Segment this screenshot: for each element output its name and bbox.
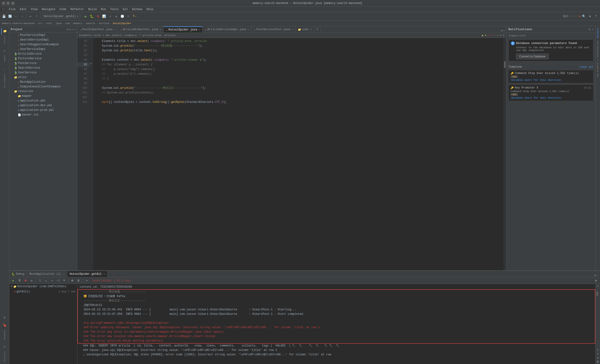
menu-refactor[interactable]: Refactor [69, 7, 86, 11]
close-btn[interactable]: ✕ [11, 2, 15, 5]
disable-alert-link-0[interactable]: (Disable alert for this shortcut) [510, 79, 562, 82]
tree-item-userserviceimpl[interactable]: ☕ UserServiceImpl [9, 47, 77, 52]
tree-item-resources[interactable]: 📁 resources [9, 89, 77, 94]
debug-trash-icon[interactable]: 🗑 [597, 360, 599, 364]
debug-step-out-btn[interactable]: ↗ [49, 278, 55, 283]
activity-bookmarks[interactable]: 🔖 [1, 322, 8, 329]
tab-close-icon[interactable]: ✕ [310, 28, 312, 31]
activity-bookmarks-label[interactable]: Bookmarks [3, 330, 6, 340]
activity-pull-label[interactable]: Pull Requests [3, 73, 6, 88]
bottom-tab-debug[interactable]: 🐛 Debug [9, 271, 27, 277]
tab-user[interactable]: 📁 user ✕ [296, 27, 314, 33]
menu-help[interactable]: Help [145, 7, 155, 11]
profile-btn[interactable]: ⚡ [108, 14, 113, 19]
tab-postservicetest[interactable]: ☕ PostServiceTest.java ✕ [252, 27, 296, 33]
menu-run[interactable]: Run [99, 7, 108, 11]
debug-pause-btn[interactable]: ⏸ [17, 278, 22, 283]
tree-item-postserviceimpl[interactable]: ☕ PostServiceImpl [9, 33, 77, 37]
sync-btn[interactable]: 🔄 [8, 14, 13, 19]
menu-build[interactable]: Build [86, 7, 98, 11]
tab-close-icon[interactable]: ✕ [291, 28, 293, 31]
menu-file[interactable]: File [7, 7, 18, 11]
breadcrumb-item-0[interactable]: memory-search-backend [2, 22, 34, 25]
coverage-btn[interactable]: 📊 [102, 14, 107, 19]
panel-layout-icon[interactable]: ⊞ [69, 28, 71, 31]
forward-btn[interactable]: → [20, 14, 25, 19]
breadcrumb-item-1[interactable]: src [38, 22, 42, 25]
settings-btn[interactable]: ⚙ [587, 14, 592, 19]
tree-item-mapper[interactable]: 📁 mapper [9, 94, 77, 98]
activity-commit[interactable]: ✔ [1, 47, 8, 54]
activity-project[interactable]: 📁 [1, 28, 8, 35]
code-editor[interactable]: 90 91 92 93 94 95 96 97 98 99 100 101 10… [77, 38, 506, 270]
tab-close-icon[interactable]: ✕ [248, 28, 249, 31]
menu-window[interactable]: Window [130, 7, 144, 11]
bottom-tab-mainapplication[interactable]: MainApplication (1) ✕ [27, 271, 67, 277]
save-all-btn[interactable]: 💾 [1, 14, 7, 19]
breadcrumb-item-8[interactable]: HutoolSpider [113, 22, 131, 25]
translate-btn[interactable]: T→ [132, 14, 137, 19]
back-btn[interactable]: ← [14, 14, 19, 19]
bottom-tab-hutool[interactable]: HutoolSpider.getAll ✕ [67, 271, 108, 277]
search-btn[interactable]: 🔍 [581, 14, 586, 19]
menu-git[interactable]: Git [121, 7, 130, 11]
debug-scroll-up-icon[interactable]: ∧ [597, 284, 599, 288]
tab-articleserviceimpl[interactable]: ☕ ArticleServiceImpl.java ✕ [203, 27, 252, 33]
tree-item-searchservice[interactable]: 🍃 SearchService [9, 66, 77, 70]
debug-stop-btn[interactable]: ■ [23, 278, 28, 283]
tab-settings-icon[interactable]: ⚙ [501, 29, 503, 33]
maximize-btn[interactable]: □ [7, 2, 10, 5]
lint-nav-down[interactable]: ∨ [503, 34, 504, 37]
tab-close-icon[interactable]: ✕ [114, 28, 115, 31]
menu-edit[interactable]: Edit [18, 7, 28, 11]
tree-item-postservice[interactable]: 🍃 PostService [9, 61, 77, 66]
code-content[interactable]: Elements title = doc.select( cssQuery: "… [93, 38, 503, 270]
bottom-tab-hutool-close[interactable]: ✕ [103, 273, 105, 275]
undo-btn[interactable]: ↩ [28, 14, 33, 19]
tab-close-icon[interactable]: ✕ [159, 28, 161, 31]
debug-eval-btn[interactable]: ≡ [62, 278, 67, 283]
panel-filter-icon[interactable]: ▾ [72, 28, 73, 31]
reload-btn[interactable]: ↻ [114, 14, 119, 19]
notif-dropdown-icon[interactable]: ▾ [592, 28, 593, 31]
rollback-btn[interactable]: ⎌ [126, 14, 131, 19]
tree-item-simplecanalclient[interactable]: ☕ SimpleCanalClientExample [9, 84, 77, 89]
lint-errors[interactable]: ✕ 2 [488, 34, 492, 37]
breadcrumb-item-5[interactable]: memory [73, 22, 83, 25]
debug-scroll-down-icon[interactable]: ∨ [597, 348, 599, 352]
connect-to-database-button[interactable]: Connect to Database [516, 54, 549, 59]
breadcrumb-item-2[interactable]: test [46, 22, 52, 25]
debug-step-over-btn[interactable]: ⤵ [37, 278, 42, 283]
breadcrumb-item-7[interactable]: service [99, 22, 109, 25]
breadcrumb-item-4[interactable]: com [65, 22, 70, 25]
menu-view[interactable]: View [29, 7, 40, 11]
activity-settings[interactable]: ⚙ [1, 314, 8, 321]
tree-item-searchsuggestion[interactable]: ☕ SearchSuggestionExample [9, 42, 77, 47]
debug-filter-icon[interactable]: ⊟ [597, 356, 599, 360]
notif-settings-icon[interactable]: ⚙ [589, 28, 591, 31]
debug-run-btn[interactable]: 🐛 [89, 14, 94, 19]
debug-resume-btn[interactable]: ▶ [11, 278, 16, 283]
database-sidebar-icon[interactable]: Database [597, 27, 599, 39]
menu-navigate[interactable]: Navigate [40, 7, 57, 11]
code-scrollbar[interactable] [503, 38, 506, 270]
debug-step-into-btn[interactable]: ↘ [43, 278, 48, 283]
panel-settings-icon[interactable]: ⚙ [67, 28, 68, 31]
debug-tree-hutoolspider[interactable]: ▼ 📁 HutoolSpider (com:2m07s231ms) [9, 284, 77, 289]
tab-close-icon[interactable]: ✕ [198, 28, 200, 31]
clear-all-button[interactable]: Clear all [580, 66, 593, 68]
tree-item-banner-txt[interactable]: 📄 banner.txt [9, 112, 77, 117]
debug-wrap-icon[interactable]: ⇌ [597, 352, 599, 355]
tree-item-mainapplication[interactable]: ☕ MainApplication [9, 80, 77, 84]
debug-scrollbar-track[interactable] [596, 288, 600, 348]
activity-structure-label[interactable]: Structure [3, 352, 6, 362]
tree-item-app-prod-yml[interactable]: ⚙ application-prod.yml [9, 108, 77, 112]
bottom-tab-main-close[interactable]: ✕ [63, 273, 65, 275]
tree-item-utils[interactable]: 📁 utils [9, 75, 77, 80]
debug-frames-btn[interactable]: ≣ [76, 278, 81, 283]
debug-restart-btn[interactable]: ↻ [29, 278, 34, 283]
help-icon-btn[interactable]: ? [593, 14, 599, 19]
activity-pull[interactable]: ↓ [1, 66, 8, 73]
lint-nav-up[interactable]: ∧ [500, 34, 502, 37]
project-dropdown[interactable]: HutoolSpider.getAll ▾ [42, 14, 80, 19]
